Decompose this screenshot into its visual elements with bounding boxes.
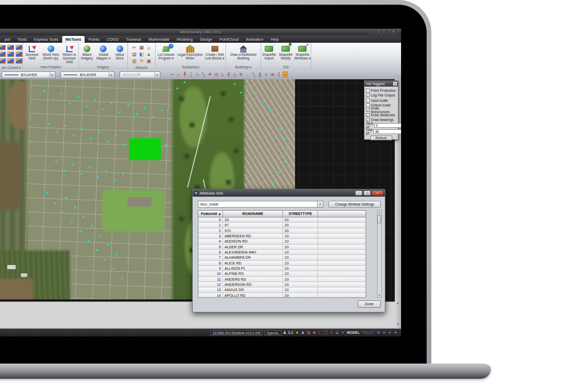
table-row[interactable]: 12ANDERSON RD10 (198, 282, 366, 287)
layer-state-icon[interactable] (7, 45, 14, 50)
group-label[interactable]: yer Control ▾ (0, 65, 22, 70)
valtus-store-button[interactable]: Valtus Store (112, 44, 127, 61)
checkbox-icon[interactable] (366, 99, 370, 102)
return-surveyor-view-button[interactable]: Return to Surveyor View (61, 44, 78, 64)
linetype-dropdown-2[interactable]: BYLAYER ▼ (61, 71, 114, 78)
change-attribute-settings-button[interactable]: Change Attribute Settings (328, 201, 381, 208)
opengl-button[interactable]: OpenGL (264, 330, 281, 335)
ready-status-icon[interactable]: ● (393, 330, 398, 335)
hot-toggles-titlebar[interactable]: Hot Toggles! ▪ (364, 81, 398, 87)
cut-icon[interactable]: ✂ (131, 45, 138, 51)
table-row[interactable]: 14APOLLO RD10 (198, 293, 366, 298)
layer-state-icon[interactable] (7, 58, 14, 64)
snap-parallel-icon[interactable]: ╲ (251, 71, 256, 78)
snap-tangent-icon[interactable]: δ (226, 71, 231, 78)
point-wizard-icon[interactable]: ◬ (146, 45, 152, 51)
tab-points[interactable]: Points (85, 36, 103, 43)
drawn-polygon[interactable] (129, 138, 161, 160)
create-edit-lots-button[interactable]: Create / Edit Lots Blocks ▾ (204, 44, 226, 61)
polar-icon[interactable]: + (329, 330, 334, 335)
tab-tools[interactable]: Tools (14, 36, 30, 43)
tab-express-tools[interactable]: Express Tools (30, 36, 62, 43)
snap-insert-icon[interactable]: ⊥ (220, 71, 225, 78)
checkbox-checked-icon[interactable]: ✓ (366, 118, 370, 122)
table-row[interactable]: 6ALEXANDRIA WAY10 (198, 250, 366, 255)
dialog-minimize-button[interactable]: – (355, 190, 362, 196)
surveyor-view-button[interactable]: Surveyor View (23, 44, 41, 61)
snap-center-icon[interactable]: ○ (195, 71, 200, 78)
snap-quadrant-icon[interactable]: ◇ (232, 71, 238, 78)
snap-tracking-icon[interactable]: ┉ (170, 71, 175, 78)
note-icon[interactable]: ▥ (131, 58, 138, 65)
checkbox-icon[interactable] (366, 89, 370, 92)
refresh-button[interactable]: Refresh (370, 136, 392, 140)
layer-state-icon[interactable] (16, 45, 22, 50)
checkbox-checked-icon[interactable]: ✓ (366, 93, 370, 97)
toggle-log-file-output[interactable]: ✓Log File Output (364, 93, 398, 98)
shapefile-modify-button[interactable]: ✱ Shapefile Modify (278, 44, 294, 61)
table-row[interactable]: 5ALDER DR10 (198, 245, 366, 250)
table-row[interactable]: 7ALHAMBRA DR10 (198, 255, 366, 260)
lot-closure-button[interactable]: ? Lot Closure Program ▾ (156, 44, 177, 61)
shapefile-import-button[interactable]: → Shapefile Import (261, 44, 277, 61)
autosnap-icon[interactable]: ♟ (300, 330, 305, 335)
color-dropdown[interactable]: BYCOLOR ▼ (120, 71, 160, 78)
group-label[interactable]: Buildings ▾ (226, 64, 261, 70)
model-toggle[interactable]: MODEL (347, 331, 360, 334)
toggle-draw-lines-curves[interactable]: ✓Draw lines/curves (364, 107, 398, 112)
snap-quick-icon[interactable]: ζ (276, 71, 281, 78)
snap-none-icon[interactable]: · (245, 71, 250, 78)
tab-animation[interactable]: Animation (242, 36, 267, 43)
table-row[interactable]: 11ANDERS RD10 (198, 277, 366, 282)
snap-nearest-icon[interactable]: ╲ (201, 71, 206, 78)
scrollbar-thumb[interactable] (378, 215, 381, 223)
snap-clear-icon[interactable]: × (283, 71, 288, 78)
close-icon[interactable]: ▪ (393, 81, 397, 86)
table-row[interactable]: 03320 (198, 218, 366, 223)
layer-state-icon[interactable] (7, 52, 14, 57)
snap-intersection-icon[interactable]: × (264, 71, 269, 78)
layout-icon[interactable]: ≡ (382, 330, 386, 335)
column-streettype[interactable]: STREETTYPE (283, 211, 318, 218)
table-row[interactable]: 10ALPINE RD10 (198, 271, 366, 276)
tab-modeling[interactable]: Modeling (173, 36, 196, 43)
table-row[interactable]: 3ABERDEEN RD10 (198, 234, 366, 239)
checkbox-checked-icon[interactable]: ✓ (366, 113, 370, 117)
flag-icon[interactable]: ⚑ (138, 58, 145, 65)
mountain-icon[interactable]: ▲ (146, 52, 152, 58)
table-row[interactable]: 9ALLISON PL10 (198, 266, 366, 271)
column-featureid[interactable]: FeatureId ▲ (198, 211, 223, 218)
tab-put[interactable]: put (1, 36, 14, 43)
tab-pointcloud[interactable]: PointCloud (216, 36, 242, 43)
layer-state-icon[interactable] (16, 58, 22, 64)
checkbox-checked-icon[interactable]: ✓ (366, 108, 370, 112)
pail-icon[interactable]: ◧ (138, 52, 145, 58)
snap-node-icon[interactable]: ⊙ (214, 71, 219, 78)
grid-wizard-icon[interactable]: ▦ (138, 45, 145, 51)
toggle-input-scale[interactable]: Input scale (364, 98, 398, 103)
table-icon[interactable]: ▤ (131, 52, 138, 58)
layer-state-icon[interactable] (0, 45, 6, 50)
snap-parallel2-icon[interactable]: ∥ (257, 71, 263, 78)
layer-state-icon[interactable] (0, 52, 6, 57)
table-row[interactable]: 8ALICE RD10 (198, 261, 366, 266)
layer-select-dropdown[interactable]: rdco_roads ▼ (198, 201, 323, 208)
info-status-icon[interactable]: ● (387, 330, 392, 335)
snap-point-icon[interactable]: ¦ (189, 71, 194, 78)
osnap-icon[interactable]: ◯ (323, 330, 328, 335)
bulb-icon[interactable]: ● (295, 330, 299, 335)
table-row[interactable]: 13ANGUS DR10 (198, 287, 366, 293)
snap-perpendicular-icon[interactable]: ┷ (207, 71, 213, 78)
dialog-titlebar[interactable]: Attributes Grid – □ × (193, 189, 385, 197)
snap-endpoint-icon[interactable]: ⌐ (176, 71, 181, 78)
global-mapper-button[interactable]: Global Mapper ▾ (96, 44, 112, 61)
tab-cogo[interactable]: COGO (103, 36, 122, 43)
toggle-point-protection[interactable]: Point Protection (364, 88, 398, 93)
toggle-draw-distances[interactable]: ✓Draw distances (364, 112, 398, 117)
close-button[interactable]: × (389, 29, 398, 34)
layer-state-icon[interactable] (0, 58, 6, 64)
minimize-button[interactable]: – (369, 29, 378, 34)
low-pt-input[interactable] (373, 129, 401, 134)
table-scrollbar[interactable]: ▲ ▼ (377, 210, 382, 298)
drawing-area[interactable]: ▼ ▲ ▼ Hot Toggles! ▪ Point Protection✓Lo… (0, 79, 401, 329)
